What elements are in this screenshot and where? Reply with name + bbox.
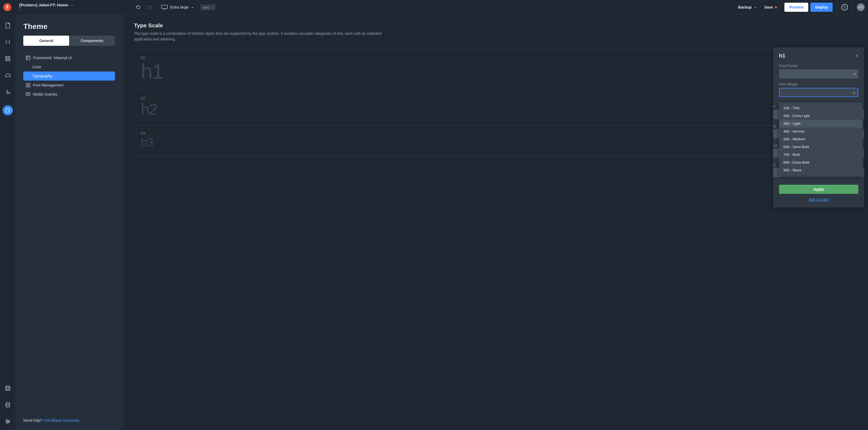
- svg-rect-0: [161, 5, 167, 8]
- panel-tabs: General Components: [15, 36, 123, 46]
- font-icon: [26, 83, 30, 87]
- undo-icon[interactable]: [135, 4, 141, 10]
- chevron-down-icon: [754, 6, 757, 9]
- svg-point-7: [6, 110, 7, 110]
- panel-title: Theme: [15, 22, 123, 36]
- font-size-label: F: [773, 105, 775, 109]
- font-weight-option[interactable]: 500 - Medium: [779, 135, 863, 143]
- zoom-input[interactable]: auto ▲▼: [200, 4, 215, 10]
- settings-icon[interactable]: [5, 418, 11, 425]
- font-weight-option[interactable]: 200 - Extra Light: [779, 112, 863, 120]
- font-weight-option[interactable]: 900 - Black: [779, 166, 863, 174]
- nav-item-font-management[interactable]: Font Management: [23, 80, 115, 90]
- divider: [837, 2, 837, 12]
- app-logo[interactable]: 8: [3, 3, 11, 11]
- nav-label: Font Management: [33, 83, 63, 87]
- nav-list: Framework: Material UI Color Typography …: [15, 46, 123, 99]
- font-family-label: Font Family: [779, 64, 858, 68]
- font-weight-option[interactable]: 400 - Normal: [779, 127, 863, 135]
- desktop-icon: [161, 5, 168, 10]
- framework-icon: [26, 56, 30, 60]
- svg-point-2: [8, 42, 8, 42]
- letter-spacing-label: Le: [773, 143, 777, 147]
- svg-rect-3: [6, 57, 7, 58]
- save-button[interactable]: Save: [764, 5, 777, 9]
- typescale-row-h1[interactable]: h1 h1: [134, 49, 857, 90]
- nav-label: Media Queries: [33, 92, 57, 96]
- typescale-row-h3[interactable]: h3 h3: [134, 125, 857, 156]
- svg-rect-6: [8, 59, 10, 61]
- svg-point-15: [7, 422, 8, 423]
- nav-item-typography[interactable]: Typography: [23, 71, 115, 80]
- font-weight-option[interactable]: 100 - Thin: [779, 104, 863, 112]
- functions-icon[interactable]: [5, 89, 11, 95]
- svg-point-9: [8, 109, 8, 109]
- backup-menu[interactable]: Backup: [738, 5, 757, 9]
- stepper-arrows[interactable]: ▲▼: [212, 5, 214, 9]
- typescale-label: h3: [141, 131, 857, 135]
- font-weight-option[interactable]: 600 - Semi Bold: [779, 143, 863, 151]
- components-icon[interactable]: [5, 56, 11, 62]
- edit-in-code-link[interactable]: Edit in Code: [809, 198, 829, 202]
- database-icon[interactable]: [5, 402, 11, 408]
- chevron-down-icon[interactable]: [70, 3, 74, 7]
- close-icon[interactable]: ✕: [855, 53, 858, 58]
- tab-general[interactable]: General: [23, 36, 69, 46]
- footer-link[interactable]: Visit 8base University: [44, 418, 80, 423]
- viewport-selector[interactable]: Extra large auto ▲▼: [161, 4, 216, 10]
- nav-item-media-queries[interactable]: Media Queries: [23, 90, 115, 99]
- svg-point-8: [7, 109, 7, 109]
- svg-rect-10: [6, 386, 10, 390]
- typescale-sample: h2: [141, 101, 857, 117]
- inspector-title: h1: [779, 53, 785, 59]
- nav-label: Color: [32, 65, 41, 69]
- typescale-label: h2: [141, 96, 857, 100]
- nav-item-color[interactable]: Color: [23, 62, 115, 71]
- main-area: Theme General Components Framework: Mate…: [0, 15, 868, 430]
- section-title: Type Scale: [134, 22, 857, 29]
- save-label: Save: [764, 5, 773, 9]
- assets-icon[interactable]: [5, 385, 11, 391]
- font-family-select[interactable]: ▾: [779, 69, 858, 78]
- footer-text: Need help?: [23, 418, 44, 423]
- inspector-panel: h1 ✕ Font Family ▾ Font Weight ▴ F Li Le…: [773, 47, 864, 207]
- redo-icon[interactable]: [147, 4, 152, 10]
- pages-icon[interactable]: [5, 22, 11, 29]
- svg-rect-5: [6, 59, 7, 61]
- font-weight-option[interactable]: 700 - Bold: [779, 151, 863, 159]
- chevron-down-icon: ▾: [854, 72, 856, 76]
- media-icon: [26, 92, 30, 96]
- svg-point-13: [6, 420, 7, 421]
- title-block: [ProServ] Jebel-FT: Home /: [19, 3, 74, 11]
- side-rail: [0, 15, 15, 430]
- line-height-label: Li: [773, 124, 776, 128]
- theme-icon[interactable]: [3, 105, 13, 115]
- typescale-row-h2[interactable]: h2 h2: [134, 90, 857, 125]
- svg-rect-11: [7, 387, 9, 389]
- font-weight-label: Font Weight: [779, 82, 858, 86]
- svg-point-14: [8, 421, 9, 422]
- help-icon[interactable]: ?: [841, 4, 848, 10]
- deploy-button[interactable]: Deploy: [810, 3, 833, 12]
- nav-label: Typography: [32, 74, 52, 78]
- section-description: The type scale is a combination of thirt…: [134, 31, 391, 42]
- breadcrumb: /: [19, 8, 74, 11]
- divider: [852, 2, 852, 12]
- apply-button[interactable]: Apply: [779, 185, 858, 194]
- chevron-up-icon: ▴: [854, 91, 855, 94]
- preview-button[interactable]: Preview: [784, 3, 808, 12]
- typescale-sample: h3: [141, 137, 857, 148]
- font-weight-option[interactable]: 800 - Extra Bold: [779, 159, 863, 166]
- tab-components[interactable]: Components: [69, 36, 115, 46]
- page-title: [ProServ] Jebel-FT: Home: [19, 3, 68, 7]
- typescale-label: h1: [141, 56, 857, 60]
- font-weight-option[interactable]: 300 - Light: [779, 120, 863, 127]
- panel-footer: Need help? Visit 8base University: [15, 418, 123, 430]
- unsaved-dot-icon: [775, 6, 777, 8]
- cloud-icon[interactable]: [5, 72, 11, 78]
- avatar[interactable]: S S: [857, 3, 865, 11]
- font-weight-select[interactable]: ▴: [779, 88, 858, 97]
- state-icon[interactable]: [5, 39, 11, 45]
- theme-panel: Theme General Components Framework: Mate…: [15, 15, 123, 430]
- nav-item-framework[interactable]: Framework: Material UI: [23, 53, 115, 62]
